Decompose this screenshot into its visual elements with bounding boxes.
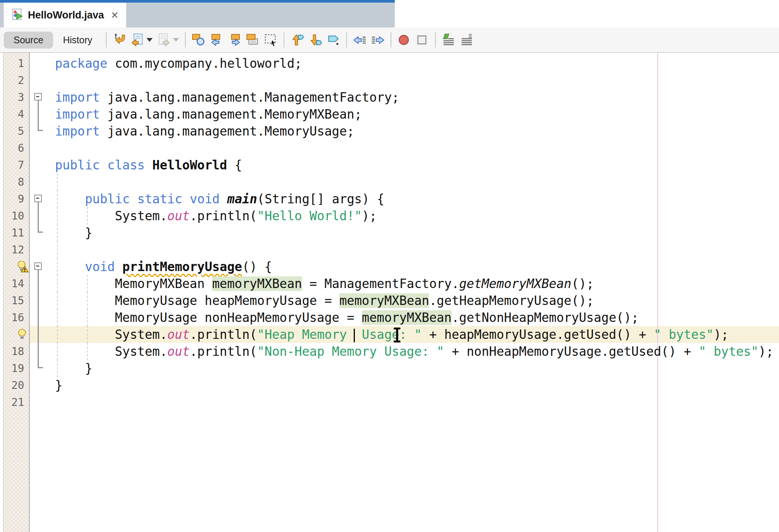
fold-cell[interactable] (29, 123, 50, 140)
gutter-line-number[interactable]: 6 (3, 140, 29, 157)
code-line[interactable]: 9 public static void main(String[] args)… (0, 191, 779, 207)
hint-bulb-icon[interactable] (3, 326, 29, 343)
last-edit-location-icon[interactable] (110, 31, 128, 49)
code-line[interactable]: 8 (0, 174, 779, 191)
fold-collapse-button[interactable] (34, 195, 42, 202)
code-line[interactable]: 11 } (0, 224, 779, 241)
code-line[interactable]: 12 (0, 241, 779, 258)
history-view-button[interactable]: History (53, 32, 102, 49)
toggle-rectangular-selection-icon[interactable] (262, 31, 280, 49)
code-line[interactable]: void printMemoryUsage() { (0, 258, 779, 275)
gutter-line-number[interactable]: 8 (3, 174, 29, 191)
code-text[interactable]: public class HelloWorld { (50, 157, 779, 174)
code-line[interactable]: 14 MemoryMXBean memoryMXBean = Managemen… (0, 275, 779, 292)
code-text[interactable] (50, 72, 779, 89)
code-line[interactable]: 19 } (0, 360, 779, 377)
shift-line-right-icon[interactable] (369, 31, 387, 49)
code-line[interactable]: 1package com.mycompany.helloworld; (0, 55, 779, 72)
next-bookmark-icon[interactable] (306, 31, 324, 49)
code-line[interactable]: 6 (0, 140, 779, 157)
code-line[interactable]: 5import java.lang.management.MemoryUsage… (0, 123, 779, 140)
find-next-occurrence-icon[interactable] (226, 31, 244, 49)
code-text[interactable] (50, 394, 779, 411)
gutter-line-number[interactable]: 10 (3, 207, 29, 224)
fold-cell[interactable] (29, 292, 50, 309)
back-dropdown-icon[interactable] (147, 38, 153, 42)
code-line[interactable]: System.out.println("Heap Memory Usage: "… (0, 326, 779, 343)
previous-bookmark-icon[interactable] (288, 31, 306, 49)
start-macro-recording-icon[interactable] (395, 31, 413, 49)
code-line[interactable]: 7public class HelloWorld { (0, 157, 779, 174)
code-text[interactable]: } (50, 360, 779, 377)
gutter-line-number[interactable]: 15 (3, 292, 29, 309)
find-previous-occurrence-icon[interactable] (208, 31, 226, 49)
gutter-line-number[interactable]: 2 (3, 72, 29, 89)
code-text[interactable]: System.out.println("Hello World!"); (50, 207, 779, 224)
code-editor[interactable]: 1package com.mycompany.helloworld;23impo… (0, 53, 779, 532)
code-line[interactable]: 15 MemoryUsage heapMemoryUsage = memoryM… (0, 292, 779, 309)
gutter-line-number[interactable]: 11 (3, 224, 29, 241)
code-text[interactable]: import java.lang.management.MemoryMXBean… (50, 106, 779, 123)
code-text[interactable]: void printMemoryUsage() { (50, 258, 779, 275)
code-text[interactable]: MemoryMXBean memoryMXBean = ManagementFa… (50, 275, 779, 292)
gutter-line-number[interactable]: 20 (3, 377, 29, 394)
code-line[interactable]: 3import java.lang.management.ManagementF… (0, 89, 779, 106)
code-line[interactable]: 21 (0, 394, 779, 411)
code-line[interactable]: 2 (0, 72, 779, 89)
fold-cell[interactable] (29, 258, 50, 275)
gutter-line-number[interactable]: 9 (3, 191, 29, 207)
toggle-highlight-search-icon[interactable] (244, 31, 262, 49)
fold-cell[interactable] (29, 275, 50, 292)
tab-close-icon[interactable]: ✕ (111, 10, 119, 21)
fold-cell[interactable] (29, 360, 50, 377)
stop-macro-recording-icon[interactable] (413, 31, 431, 49)
forward-dropdown-icon[interactable] (173, 38, 179, 42)
gutter-line-number[interactable]: 16 (3, 309, 29, 326)
code-line[interactable]: 16 MemoryUsage nonHeapMemoryUsage = memo… (0, 309, 779, 326)
code-text[interactable]: public static void main(String[] args) { (50, 191, 779, 207)
shift-line-left-icon[interactable] (351, 31, 369, 49)
fold-cell[interactable] (29, 326, 50, 343)
code-text[interactable]: } (50, 224, 779, 241)
code-text[interactable] (50, 174, 779, 191)
gutter-line-number[interactable]: 14 (3, 275, 29, 292)
gutter-line-number[interactable]: 19 (3, 360, 29, 377)
code-line[interactable]: 10 System.out.println("Hello World!"); (0, 207, 779, 224)
code-text[interactable] (50, 140, 779, 157)
source-view-button[interactable]: Source (4, 32, 53, 49)
forward-icon[interactable] (155, 31, 173, 49)
fold-cell[interactable] (29, 106, 50, 123)
find-selection-icon[interactable] (189, 31, 208, 49)
code-text[interactable]: System.out.println("Heap Memory Usage: "… (50, 326, 779, 343)
gutter-line-number[interactable]: 5 (3, 123, 29, 140)
hint-bulb-warning-icon[interactable] (3, 258, 29, 275)
code-text[interactable]: System.out.println("Non-Heap Memory Usag… (50, 343, 779, 360)
code-text[interactable]: } (50, 377, 779, 394)
gutter-line-number[interactable]: 12 (3, 241, 29, 258)
back-icon[interactable] (128, 31, 147, 49)
tab-helloworld-java[interactable]: HelloWorld.java ✕ (4, 3, 126, 27)
fold-cell[interactable] (29, 207, 50, 224)
fold-cell[interactable] (29, 89, 50, 106)
code-line[interactable]: 18 System.out.println("Non-Heap Memory U… (0, 343, 779, 360)
fold-cell[interactable] (29, 343, 50, 360)
gutter-line-number[interactable]: 1 (3, 55, 29, 72)
gutter-line-number[interactable]: 21 (3, 394, 29, 411)
code-text[interactable]: import java.lang.management.ManagementFa… (50, 89, 779, 106)
uncomment-icon[interactable] (458, 31, 476, 49)
gutter-line-number[interactable]: 18 (3, 343, 29, 360)
code-text[interactable]: MemoryUsage nonHeapMemoryUsage = memoryM… (50, 309, 779, 326)
fold-cell[interactable] (29, 191, 50, 207)
code-line[interactable]: 4import java.lang.management.MemoryMXBea… (0, 106, 779, 123)
fold-collapse-button[interactable] (34, 93, 42, 101)
toggle-bookmark-icon[interactable] (324, 31, 342, 49)
code-text[interactable]: import java.lang.management.MemoryUsage; (50, 123, 779, 140)
code-line[interactable]: 20} (0, 377, 779, 394)
comment-icon[interactable] (440, 31, 458, 49)
fold-cell[interactable] (29, 224, 50, 241)
gutter-line-number[interactable]: 7 (3, 157, 29, 174)
gutter-line-number[interactable]: 4 (3, 106, 29, 123)
code-text[interactable] (50, 241, 779, 258)
gutter-line-number[interactable]: 3 (3, 89, 29, 106)
code-text[interactable]: MemoryUsage heapMemoryUsage = memoryMXBe… (50, 292, 779, 309)
